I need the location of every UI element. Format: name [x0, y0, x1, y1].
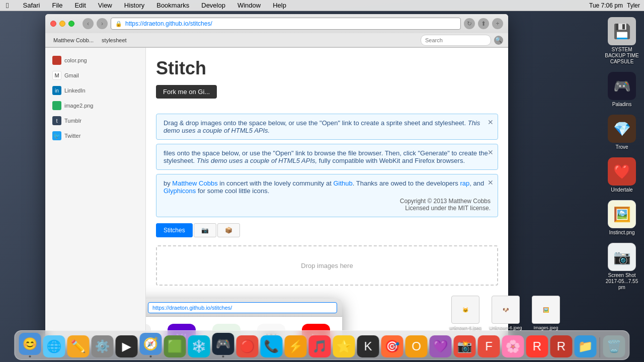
dock-item-screensnap[interactable]: 📸: [454, 335, 476, 357]
trove-label: Trove: [615, 144, 628, 150]
instinct-label: Instinct.png: [609, 230, 634, 236]
sidebar-search-input[interactable]: [421, 35, 491, 46]
undertale-label: Undertale: [611, 187, 632, 193]
drop-zone[interactable]: Drop images here: [156, 245, 498, 286]
desktop-icon-trove[interactable]: 💎 Trove: [602, 113, 642, 152]
trove-icon: 💎: [608, 115, 636, 143]
notification-text-3: by Matthew Cobbs in concert with the lov…: [164, 179, 484, 195]
desktop-right-icons: 💾 SYSTEM BACKUP TIME CAPSULE 🎮 Paladins …: [602, 15, 642, 293]
dock-item-system-preferences[interactable]: ⚙️: [92, 335, 114, 357]
desktop-icon-instinct[interactable]: 🖼️ Instinct.png: [602, 198, 642, 238]
menu-help[interactable]: Help: [271, 1, 288, 10]
undertale-icon: ❤️: [608, 157, 636, 186]
bookmark-stylesheet[interactable]: stylesheet: [99, 36, 130, 44]
dock-item-frenzic[interactable]: F: [478, 335, 500, 357]
desktop-icon-undertale[interactable]: ❤️ Undertale: [602, 155, 642, 195]
license-text: Licensed under the MIT license.: [164, 205, 491, 212]
dock-item-reminders[interactable]: R: [526, 335, 548, 357]
dock-item-prizmo[interactable]: 🎯: [381, 335, 404, 357]
gmail-icon: M: [52, 71, 61, 80]
sidebar-item-img1[interactable]: color.png: [45, 53, 145, 68]
search-button[interactable]: 🔍: [494, 36, 503, 45]
desktop-icon-screenshot[interactable]: 📷 Screen Shot 2017-05...7.55 pm: [602, 241, 642, 293]
instinct-icon: 🖼️: [608, 200, 636, 228]
dock-item-photos[interactable]: 🌸: [502, 335, 524, 357]
menu-file[interactable]: File: [50, 1, 64, 10]
menu-bookmarks[interactable]: Bookmarks: [154, 1, 191, 10]
paladins-label: Paladins: [612, 102, 631, 108]
sidebar-item-tumblr[interactable]: t Tumblr: [45, 113, 145, 128]
dock: 😊🌐✏️⚙️▶🧭🟩❄️🎮🔴📞⚡🎵⭐K🎯O💜📸F🌸RR📁🗑️: [15, 330, 630, 360]
close-button[interactable]: [50, 21, 56, 27]
reload-button[interactable]: ↻: [464, 18, 475, 29]
fork-button[interactable]: Fork me on Gi...: [156, 85, 217, 99]
dock-item-keyboard-maestro[interactable]: K: [357, 335, 379, 357]
file-images[interactable]: 🖼️ Images.jpeg: [528, 296, 564, 331]
dock-item-sketch[interactable]: ✏️: [67, 335, 90, 357]
dock-item-minecraft[interactable]: 🟩: [164, 335, 186, 357]
dock-item-steammover[interactable]: ⚡: [285, 335, 307, 357]
tab-camera[interactable]: 📷: [194, 223, 216, 237]
bottom-files: 🐱 unknown-5.jpeg 🐶 Unknown-6.jpeg 🖼️ Ima…: [448, 296, 564, 331]
file-unknown5[interactable]: 🐱 unknown-5.jpeg: [448, 296, 483, 331]
new-tab-button[interactable]: +: [492, 18, 503, 29]
tab-stitches[interactable]: Stitches: [156, 223, 193, 237]
sidebar-item-twitter[interactable]: 🐦 Twitter: [45, 128, 145, 143]
forward-button[interactable]: ›: [97, 18, 108, 29]
sidebar-item-linkedin[interactable]: in LinkedIn: [45, 83, 145, 98]
menu-edit[interactable]: Edit: [72, 1, 88, 10]
menu-history[interactable]: History: [122, 1, 146, 10]
share-button[interactable]: ⬆: [478, 18, 489, 29]
modal-url-bar[interactable]: https://draeton.github.io/stitches/: [148, 302, 337, 313]
menu-view[interactable]: View: [96, 1, 114, 10]
linkedin-label: LinkedIn: [64, 87, 86, 94]
dock-item-finder[interactable]: 😊: [19, 333, 41, 357]
dock-item-safari[interactable]: 🧭: [140, 333, 162, 357]
menu-develop[interactable]: Develop: [199, 1, 227, 10]
twitter-icon: 🐦: [52, 131, 61, 140]
notification-close-2[interactable]: ✕: [488, 148, 494, 156]
back-button[interactable]: ‹: [83, 18, 94, 29]
notification-banner-2: files onto the space below, or use the "…: [156, 144, 498, 170]
sidebar-item-gmail[interactable]: M Gmail: [45, 68, 145, 83]
url-bar[interactable]: 🔒 https://draeton.github.io/stitches/: [111, 18, 461, 30]
dock-item-trash[interactable]: 🗑️: [603, 335, 625, 357]
dock-item-rckit[interactable]: R: [550, 335, 573, 357]
maximize-button[interactable]: [68, 21, 74, 27]
notification-close-3[interactable]: ✕: [488, 178, 494, 187]
dock-item-terminal[interactable]: ▶: [116, 335, 138, 357]
dock-item-skype[interactable]: 📞: [261, 335, 283, 357]
sidebar-img1-icon: [52, 56, 61, 65]
menubar-user: Tyler: [627, 2, 640, 9]
desktop:  Safari File Edit View History Bookmark…: [0, 0, 644, 362]
url-lock-icon: 🔒: [115, 21, 122, 27]
dock-icon: 🧭: [140, 333, 162, 355]
desktop-icon-paladins[interactable]: 🎮 Paladins: [602, 70, 642, 110]
dock-icon: 🎮: [212, 333, 234, 355]
dock-icon: K: [357, 335, 379, 357]
tabs-row: Stitches 📷 📦: [156, 223, 498, 237]
tab-package[interactable]: 📦: [217, 223, 240, 237]
dock-active-dot: [29, 355, 31, 357]
dock-icon: 🌸: [502, 335, 524, 357]
bookmark-cobbs[interactable]: Matthew Cobb...: [50, 36, 97, 44]
desktop-icon-timecapsule[interactable]: 💾 SYSTEM BACKUP TIME CAPSULE: [602, 15, 642, 67]
menu-window[interactable]: Window: [235, 1, 263, 10]
dock-item-downloads[interactable]: 📁: [575, 335, 597, 357]
dock-item-system-preferences[interactable]: 🌐: [43, 335, 65, 357]
dock-item-blizzard[interactable]: ❄️: [188, 335, 210, 357]
dock-item-mango[interactable]: ⭐: [333, 335, 355, 357]
dock-item-omnifocus[interactable]: O: [406, 335, 428, 357]
menubar-time: Tue 7:06 pm: [589, 2, 623, 9]
file-unknown6[interactable]: 🐶 Unknown-6.jpeg: [488, 296, 523, 331]
sidebar-item-img2[interactable]: image2.png: [45, 98, 145, 113]
dock-item-virtualbuddy[interactable]: 💜: [430, 335, 452, 357]
dock-item-itunes[interactable]: 🎵: [309, 335, 331, 357]
apple-menu[interactable]: : [4, 0, 11, 11]
minimize-button[interactable]: [59, 21, 65, 27]
menu-safari[interactable]: Safari: [21, 1, 42, 10]
notification-close-1[interactable]: ✕: [488, 118, 494, 126]
dock-item-steam[interactable]: 🎮: [212, 333, 234, 357]
dock-item-screenium[interactable]: 🔴: [236, 335, 259, 357]
copyright-text: Copyright © 2013 Matthew Cobbs: [164, 198, 491, 205]
